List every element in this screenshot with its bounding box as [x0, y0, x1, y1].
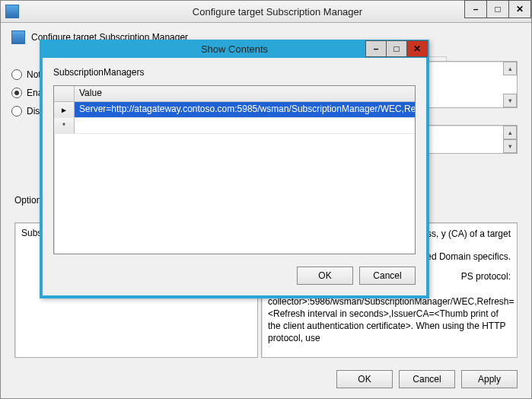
scroll-up-icon[interactable]: ▴	[503, 126, 517, 139]
grid-cell-value[interactable]: Server=http://atagateway.contoso.com:598…	[75, 102, 415, 117]
radio-enabled[interactable]	[11, 88, 22, 98]
grid-row[interactable]: ► Server=http://atagateway.contoso.com:5…	[54, 102, 415, 118]
outer-cancel-button[interactable]: Cancel	[399, 370, 455, 388]
outer-maximize-button[interactable]: □	[486, 0, 509, 18]
outer-titlebar: Configure target Subscription Manager – …	[1, 1, 531, 23]
inner-minimize-button[interactable]: –	[365, 40, 387, 57]
subscription-managers-grid[interactable]: Value ► Server=http://atagateway.contoso…	[53, 85, 416, 254]
scroll-down-icon[interactable]: ▾	[503, 94, 517, 107]
outer-window-title: Configure target Subscription Manager	[24, 6, 531, 18]
radio-not-configured-label: Not	[27, 69, 41, 80]
radio-not-configured[interactable]	[11, 69, 22, 80]
outer-minimize-button[interactable]: –	[464, 0, 487, 18]
inner-maximize-button[interactable]: □	[386, 40, 407, 57]
show-contents-dialog: Show Contents – □ ✕ SubscriptionManagers…	[40, 40, 429, 298]
grid-header: Value	[54, 86, 415, 102]
grid-row-marker: ►	[54, 102, 75, 117]
policy-icon	[11, 30, 25, 44]
inner-close-button[interactable]: ✕	[406, 40, 428, 57]
scroll-up-icon[interactable]: ▴	[503, 62, 517, 75]
outer-close-button[interactable]: ✕	[508, 0, 531, 18]
inner-ok-button[interactable]: OK	[297, 267, 353, 285]
inner-titlebar: Show Contents – □ ✕	[40, 40, 429, 58]
outer-apply-button[interactable]: Apply	[461, 370, 518, 388]
inner-cancel-button[interactable]: Cancel	[359, 267, 416, 285]
radio-disabled[interactable]	[11, 106, 22, 117]
app-icon	[5, 5, 19, 18]
grid-row[interactable]: *	[54, 118, 415, 134]
outer-ok-button[interactable]: OK	[336, 370, 393, 388]
grid-column-value: Value	[75, 86, 415, 101]
scroll-down-icon[interactable]: ▾	[503, 139, 517, 153]
grid-label: SubscriptionManagers	[53, 67, 416, 78]
grid-cell-value[interactable]	[75, 118, 415, 133]
grid-row-marker: *	[54, 118, 75, 133]
